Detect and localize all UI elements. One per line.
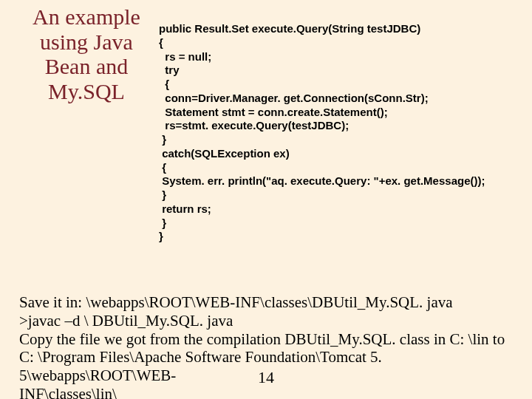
code-line: try xyxy=(159,64,180,76)
code-line: System. err. println("aq. execute.Query:… xyxy=(159,174,485,187)
code-line: return rs; xyxy=(159,202,211,215)
instr-line: Save it in: \webapps\ROOT\WEB-INF\classe… xyxy=(19,293,453,311)
code-line: { xyxy=(159,78,169,90)
instr-line: Copy the file we got from the compilatio… xyxy=(19,330,505,348)
code-line: { xyxy=(159,36,163,49)
instr-line: >javac –d \ DBUtil_My.SQL. java xyxy=(19,312,233,330)
code-line: } xyxy=(159,188,166,201)
code-block: public Result.Set execute.Query(String t… xyxy=(159,22,485,244)
slide-title: An example using Java Bean and My.SQL xyxy=(24,4,149,103)
code-line: conn=Driver.Manager. get.Connection(sCon… xyxy=(159,92,429,104)
code-line: } xyxy=(159,216,166,229)
code-line: rs=stmt. execute.Query(testJDBC); xyxy=(159,119,349,132)
code-line: } xyxy=(159,133,166,146)
slide: An example using Java Bean and My.SQL pu… xyxy=(0,0,532,399)
code-line: } xyxy=(159,230,163,242)
code-line: { xyxy=(159,161,166,174)
code-line: catch(SQLException ex) xyxy=(159,147,290,160)
code-line: Statement stmt = conn.create.Statement()… xyxy=(159,106,388,118)
page-number: 14 xyxy=(0,368,532,387)
code-line: public Result.Set execute.Query(String t… xyxy=(159,22,420,35)
code-line: rs = null; xyxy=(159,50,211,63)
